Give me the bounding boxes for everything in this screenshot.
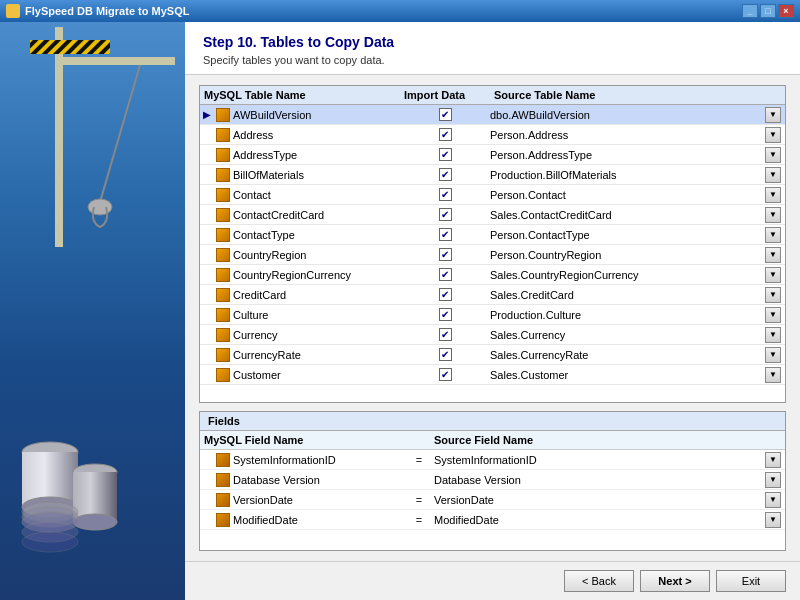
maximize-button[interactable]: □ [760,4,776,18]
row-name-text: BillOfMaterials [233,169,304,181]
back-button[interactable]: < Back [564,570,634,592]
table-row[interactable]: ContactCreditCard ✔ Sales.ContactCreditC… [200,205,785,225]
field-dropdown[interactable]: ▼ [765,452,781,468]
source-dropdown[interactable]: ▼ [765,307,781,323]
table-row[interactable]: ContactType ✔ Person.ContactType ▼ [200,225,785,245]
source-dropdown[interactable]: ▼ [765,107,781,123]
row-check[interactable]: ✔ [400,248,490,261]
row-check[interactable]: ✔ [400,308,490,321]
field-row[interactable]: VersionDate = VersionDate ▼ [200,490,785,510]
field-dropdown[interactable]: ▼ [765,512,781,528]
checkbox[interactable]: ✔ [439,208,452,221]
source-cell[interactable]: Sales.CountryRegionCurrency ▼ [490,267,785,283]
field-name-text: VersionDate [233,494,293,506]
source-cell[interactable]: dbo.AWBuildVersion ▼ [490,107,785,123]
source-cell[interactable]: Production.Culture ▼ [490,307,785,323]
source-dropdown[interactable]: ▼ [765,327,781,343]
close-button[interactable]: × [778,4,794,18]
source-dropdown[interactable]: ▼ [765,287,781,303]
row-check[interactable]: ✔ [400,148,490,161]
field-dropdown[interactable]: ▼ [765,472,781,488]
source-cell[interactable]: Sales.CurrencyRate ▼ [490,347,785,363]
row-check[interactable]: ✔ [400,268,490,281]
tables-body[interactable]: ▶ AWBuildVersion ✔ dbo.AWBuildVersion ▼ … [200,105,785,402]
source-cell[interactable]: Person.AddressType ▼ [490,147,785,163]
row-name-text: CountryRegionCurrency [233,269,351,281]
checkbox[interactable]: ✔ [439,288,452,301]
row-check[interactable]: ✔ [400,128,490,141]
source-dropdown[interactable]: ▼ [765,347,781,363]
source-dropdown[interactable]: ▼ [765,167,781,183]
row-check[interactable]: ✔ [400,208,490,221]
source-cell[interactable]: Sales.CreditCard ▼ [490,287,785,303]
field-source-cell[interactable]: Database Version ▼ [434,472,785,488]
window-title: FlySpeed DB Migrate to MySQL [25,5,189,17]
source-dropdown[interactable]: ▼ [765,127,781,143]
checkbox[interactable]: ✔ [439,128,452,141]
field-row[interactable]: SystemInformationID = SystemInformationI… [200,450,785,470]
source-cell[interactable]: Sales.ContactCreditCard ▼ [490,207,785,223]
table-row[interactable]: Customer ✔ Sales.Customer ▼ [200,365,785,385]
table-icon [216,128,230,142]
field-source-cell[interactable]: VersionDate ▼ [434,492,785,508]
source-cell[interactable]: Person.Address ▼ [490,127,785,143]
table-row[interactable]: CurrencyRate ✔ Sales.CurrencyRate ▼ [200,345,785,365]
minimize-button[interactable]: _ [742,4,758,18]
checkbox[interactable]: ✔ [439,148,452,161]
source-cell[interactable]: Sales.Currency ▼ [490,327,785,343]
row-check[interactable]: ✔ [400,368,490,381]
row-name-text: CreditCard [233,289,286,301]
source-dropdown[interactable]: ▼ [765,267,781,283]
field-source-cell[interactable]: SystemInformationID ▼ [434,452,785,468]
row-name: AddressType [214,148,400,162]
field-source-cell[interactable]: ModifiedDate ▼ [434,512,785,528]
field-dropdown[interactable]: ▼ [765,492,781,508]
step-title: Step 10. Tables to Copy Data [203,34,782,50]
table-row[interactable]: Address ✔ Person.Address ▼ [200,125,785,145]
exit-button[interactable]: Exit [716,570,786,592]
checkbox[interactable]: ✔ [439,248,452,261]
table-row[interactable]: Culture ✔ Production.Culture ▼ [200,305,785,325]
checkbox[interactable]: ✔ [439,348,452,361]
row-check[interactable]: ✔ [400,108,490,121]
row-check[interactable]: ✔ [400,348,490,361]
checkbox[interactable]: ✔ [439,168,452,181]
row-check[interactable]: ✔ [400,228,490,241]
checkbox[interactable]: ✔ [439,108,452,121]
checkbox[interactable]: ✔ [439,308,452,321]
source-dropdown[interactable]: ▼ [765,187,781,203]
row-check[interactable]: ✔ [400,188,490,201]
source-cell[interactable]: Sales.Customer ▼ [490,367,785,383]
source-cell[interactable]: Production.BillOfMaterials ▼ [490,167,785,183]
row-check[interactable]: ✔ [400,168,490,181]
source-dropdown[interactable]: ▼ [765,247,781,263]
table-row[interactable]: Contact ✔ Person.Contact ▼ [200,185,785,205]
next-button[interactable]: Next > [640,570,710,592]
source-dropdown[interactable]: ▼ [765,227,781,243]
step-desc: Specify tables you want to copy data. [203,54,782,66]
row-check[interactable]: ✔ [400,328,490,341]
table-row[interactable]: CountryRegionCurrency ✔ Sales.CountryReg… [200,265,785,285]
field-row[interactable]: Database Version Database Version ▼ [200,470,785,490]
table-row[interactable]: BillOfMaterials ✔ Production.BillOfMater… [200,165,785,185]
source-dropdown[interactable]: ▼ [765,207,781,223]
table-row[interactable]: ▶ AWBuildVersion ✔ dbo.AWBuildVersion ▼ [200,105,785,125]
checkbox[interactable]: ✔ [439,228,452,241]
field-name-text: ModifiedDate [233,514,298,526]
table-row[interactable]: Currency ✔ Sales.Currency ▼ [200,325,785,345]
checkbox[interactable]: ✔ [439,368,452,381]
checkbox[interactable]: ✔ [439,188,452,201]
source-cell[interactable]: Person.ContactType ▼ [490,227,785,243]
source-cell[interactable]: Person.CountryRegion ▼ [490,247,785,263]
field-row[interactable]: ModifiedDate = ModifiedDate ▼ [200,510,785,530]
table-row[interactable]: CountryRegion ✔ Person.CountryRegion ▼ [200,245,785,265]
checkbox[interactable]: ✔ [439,328,452,341]
row-name: CreditCard [214,288,400,302]
table-row[interactable]: CreditCard ✔ Sales.CreditCard ▼ [200,285,785,305]
checkbox[interactable]: ✔ [439,268,452,281]
source-dropdown[interactable]: ▼ [765,367,781,383]
source-dropdown[interactable]: ▼ [765,147,781,163]
row-check[interactable]: ✔ [400,288,490,301]
table-row[interactable]: AddressType ✔ Person.AddressType ▼ [200,145,785,165]
source-cell[interactable]: Person.Contact ▼ [490,187,785,203]
